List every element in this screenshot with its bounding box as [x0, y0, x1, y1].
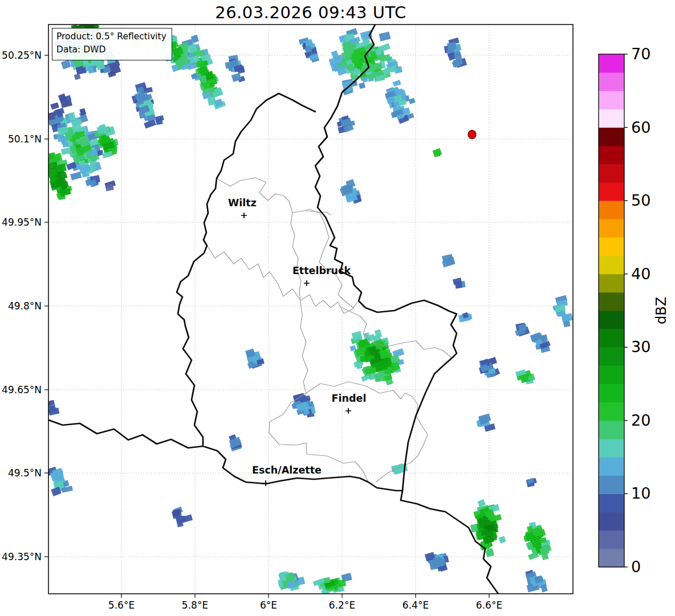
colorbar-segment — [599, 549, 624, 568]
y-tick-label: 50.25°N — [2, 50, 42, 61]
colorbar-segment — [599, 493, 624, 512]
colorbar-segment — [599, 54, 624, 73]
x-tick-label: 6.4°E — [402, 599, 429, 611]
colorbar-segment — [599, 109, 624, 128]
y-tick-label: 49.35°N — [2, 551, 42, 562]
colorbar-segment — [599, 512, 624, 531]
colorbar-segment — [599, 274, 624, 293]
radar-map-canvas: WiltzEttelbruckFindelEsch/Alzette 5.6°E5… — [0, 0, 675, 616]
x-tick-label: 6.2°E — [329, 599, 355, 611]
plot-title: 26.03.2026 09:43 UTC — [48, 3, 573, 22]
colorbar-segment — [599, 421, 624, 439]
radar-figure: WiltzEttelbruckFindelEsch/Alzette 5.6°E5… — [0, 0, 675, 616]
y-tick-label: 49.8°N — [8, 300, 42, 312]
city-label: Ettelbruck — [292, 265, 351, 276]
city-label: Findel — [332, 393, 367, 404]
product-info-line2: Data: DWD — [56, 43, 166, 56]
colorbar-segment — [599, 475, 624, 494]
product-info-box: Product: 0.5° Reflectivity Data: DWD — [52, 28, 172, 60]
colorbar-tick-label: 10 — [631, 484, 650, 502]
figure-background — [0, 0, 675, 616]
colorbar-segment — [599, 146, 624, 165]
radar-site-layer — [468, 130, 476, 139]
x-tick-label: 6.6°E — [476, 599, 502, 611]
colorbar-segment — [599, 128, 624, 146]
y-tick-label: 49.95°N — [2, 217, 42, 228]
colorbar-segment — [599, 531, 624, 549]
colorbar-segment — [599, 311, 624, 329]
colorbar-segment — [599, 201, 624, 219]
colorbar-tick-label: 30 — [631, 338, 650, 356]
colorbar-segment — [599, 164, 624, 183]
colorbar-segment — [599, 237, 624, 256]
colorbar-segment — [599, 292, 624, 311]
x-tick-label: 6°E — [260, 599, 277, 611]
colorbar-segment — [599, 219, 624, 238]
colorbar-tick-label: 20 — [631, 411, 650, 429]
colorbar-segment — [599, 72, 624, 91]
colorbar-segment — [599, 182, 624, 201]
colorbar-tick-label: 70 — [631, 45, 650, 63]
y-tick-label: 49.65°N — [2, 384, 42, 395]
x-tick-label: 5.6°E — [108, 599, 135, 611]
radar-site-marker — [468, 130, 476, 139]
colorbar-segment — [599, 402, 624, 421]
city-label: Wiltz — [228, 197, 257, 209]
colorbar-segment — [599, 91, 624, 109]
colorbar-segment — [599, 347, 624, 366]
colorbar-segment — [599, 439, 624, 458]
colorbar-segment — [599, 256, 624, 275]
colorbar-tick-label: 0 — [631, 558, 641, 576]
colorbar-axis-label: dBZ — [653, 297, 669, 324]
colorbar-segment — [599, 329, 624, 348]
colorbar-tick-label: 50 — [631, 191, 650, 209]
city-label: Esch/Alzette — [252, 464, 322, 476]
colorbar-segment — [599, 457, 624, 476]
y-tick-label: 50.1°N — [8, 133, 42, 145]
y-tick-label: 49.5°N — [8, 467, 42, 479]
x-tick-label: 5.8°E — [182, 599, 208, 611]
colorbar-segment — [599, 365, 624, 384]
colorbar-tick-label: 40 — [631, 265, 650, 283]
colorbar-segment — [599, 384, 624, 403]
product-info-line1: Product: 0.5° Reflectivity — [56, 30, 166, 43]
colorbar-tick-label: 60 — [631, 119, 650, 136]
